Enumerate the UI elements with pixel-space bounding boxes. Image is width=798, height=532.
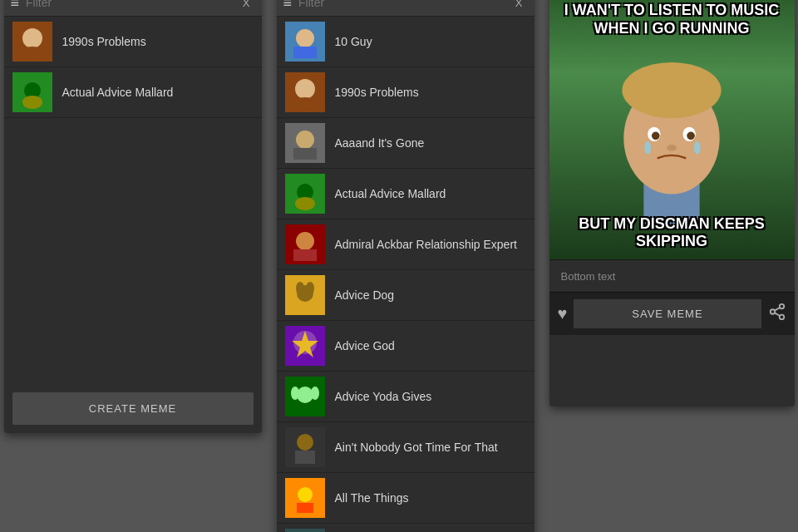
svg-point-10 xyxy=(295,79,315,99)
meme-bottom-caption: BUT MY DISCMAN KEEPS SKIPPING xyxy=(549,215,795,251)
meme-thumb xyxy=(12,72,52,112)
meme-thumb xyxy=(285,529,325,532)
svg-point-5 xyxy=(22,96,42,109)
svg-rect-14 xyxy=(293,148,317,160)
svg-point-19 xyxy=(296,232,314,250)
svg-point-7 xyxy=(296,29,314,47)
meme-name: 1990s Problems xyxy=(62,35,146,48)
filter-input-1[interactable] xyxy=(26,0,238,12)
svg-point-30 xyxy=(291,387,299,400)
create-meme-button[interactable]: CREATE MEME xyxy=(12,392,254,425)
meme-thumb xyxy=(285,326,325,366)
svg-line-55 xyxy=(774,308,779,311)
meme-name: Aaaand It's Gone xyxy=(335,136,425,150)
svg-rect-20 xyxy=(293,249,317,261)
svg-rect-34 xyxy=(295,451,315,464)
list-item[interactable]: Advice God xyxy=(277,321,534,372)
list-item[interactable]: All The Things xyxy=(277,473,534,524)
meme-list-1: 1990s Problems Actual Advice Mallard xyxy=(4,17,262,118)
meme-thumb xyxy=(285,224,325,264)
filter-clear-2[interactable]: X xyxy=(510,0,528,11)
svg-point-47 xyxy=(687,132,695,140)
list-item[interactable]: 10 Guy xyxy=(277,17,534,67)
bottom-text-label: Bottom text xyxy=(561,270,616,283)
meme-thumb xyxy=(285,174,325,214)
svg-point-11 xyxy=(293,97,317,111)
heart-icon[interactable]: ♥ xyxy=(558,304,568,323)
list-item[interactable]: Actual Advice Mallard xyxy=(4,67,262,118)
filter-bar-1: ≡ X xyxy=(4,0,262,17)
svg-point-23 xyxy=(296,282,304,295)
create-btn-container: CREATE MEME xyxy=(4,384,262,433)
action-bar: ♥ SAVE MEME xyxy=(549,292,795,335)
svg-rect-8 xyxy=(293,47,317,58)
meme-image-area: I WAN'T TO LISTEN TO MUSIC WHEN I GO RUN… xyxy=(549,0,795,259)
meme-name: Ain't Nobody Got Time For That xyxy=(335,441,498,454)
svg-point-51 xyxy=(779,304,784,309)
panel-personal: Browse Create Personal ≡ X 1990s Problem… xyxy=(4,0,262,433)
meme-top-caption: I WAN'T TO LISTEN TO MUSIC WHEN I GO RUN… xyxy=(549,2,795,37)
meme-name: Advice God xyxy=(335,339,395,352)
svg-point-49 xyxy=(694,141,701,154)
svg-point-46 xyxy=(652,132,660,140)
filter-bar-2: ≡ X xyxy=(277,0,534,17)
svg-rect-38 xyxy=(285,529,325,532)
list-item[interactable]: Admiral Ackbar Relationship Expert xyxy=(277,219,534,270)
svg-point-48 xyxy=(644,141,651,154)
panel-creator: I WAN'T TO LISTEN TO MUSIC WHEN I GO RUN… xyxy=(549,0,795,406)
list-item[interactable]: Actual Advice Mallard xyxy=(277,169,534,219)
svg-point-33 xyxy=(297,434,313,451)
svg-point-50 xyxy=(667,145,677,151)
meme-name: Advice Yoda Gives xyxy=(335,390,432,403)
svg-point-17 xyxy=(295,197,315,210)
list-item[interactable]: 1990s Problems xyxy=(277,67,534,118)
save-meme-button[interactable]: SAVE MEME xyxy=(574,299,761,328)
hamburger-icon-1[interactable]: ≡ xyxy=(11,0,20,12)
list-item[interactable]: Advice Dog xyxy=(277,270,534,321)
list-item[interactable]: Ain't Nobody Got Time For That xyxy=(277,422,534,473)
meme-thumb xyxy=(285,275,325,315)
svg-point-52 xyxy=(770,309,775,314)
meme-name: 10 Guy xyxy=(335,35,372,48)
hamburger-icon-2[interactable]: ≡ xyxy=(283,0,293,12)
panel-browse: Browse Create Personal ≡ X 10 Guy 1990s xyxy=(277,0,534,532)
meme-name: Actual Advice Mallard xyxy=(62,86,174,99)
bottom-text-bar: Bottom text xyxy=(549,259,795,292)
filter-input-2[interactable] xyxy=(298,0,510,12)
svg-point-1 xyxy=(22,28,42,48)
meme-name: Admiral Ackbar Relationship Expert xyxy=(335,238,517,251)
svg-point-36 xyxy=(298,487,313,502)
svg-point-24 xyxy=(306,282,314,295)
list-item[interactable]: Aaaand It's Gone xyxy=(277,118,534,169)
meme-thumb xyxy=(285,427,325,467)
svg-point-43 xyxy=(622,62,721,118)
meme-thumb xyxy=(285,123,325,163)
meme-thumb xyxy=(285,22,325,62)
share-icon[interactable] xyxy=(768,303,786,325)
svg-point-53 xyxy=(779,315,784,320)
filter-clear-1[interactable]: X xyxy=(238,0,255,11)
meme-thumb xyxy=(12,22,52,62)
screen-container: Browse Create Personal ≡ X 1990s Problem… xyxy=(0,0,798,532)
svg-line-54 xyxy=(774,313,779,316)
list-item[interactable]: 1990s Problems xyxy=(4,17,262,67)
list-item[interactable]: Am I The Only One xyxy=(277,524,534,532)
meme-face-svg xyxy=(597,18,746,226)
meme-thumb xyxy=(285,377,325,416)
svg-point-2 xyxy=(21,47,44,60)
svg-point-31 xyxy=(311,387,319,400)
meme-name: Advice Dog xyxy=(335,288,395,302)
meme-thumb xyxy=(285,72,325,112)
svg-rect-37 xyxy=(297,503,313,513)
meme-thumb xyxy=(285,478,325,518)
meme-preview: I WAN'T TO LISTEN TO MUSIC WHEN I GO RUN… xyxy=(549,0,795,259)
meme-name: 1990s Problems xyxy=(335,86,419,99)
meme-name: All The Things xyxy=(335,491,409,505)
svg-point-29 xyxy=(297,387,313,403)
svg-point-13 xyxy=(296,131,314,149)
meme-list-2: 10 Guy 1990s Problems Aaaand It's Gone xyxy=(277,17,534,532)
meme-name: Actual Advice Mallard xyxy=(335,187,446,200)
list-item[interactable]: Advice Yoda Gives xyxy=(277,372,534,422)
